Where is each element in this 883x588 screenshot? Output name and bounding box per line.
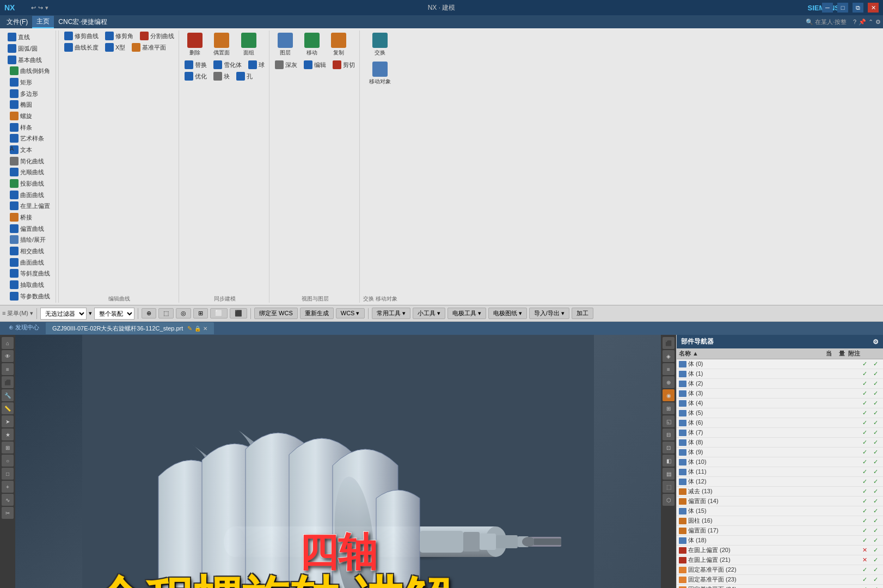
nav-item[interactable]: 偏置面 (14) ✓ ✓ [677,497,883,506]
right-icon-2[interactable]: ◈ [663,350,674,362]
snap-btn[interactable]: ◎ [176,308,191,318]
nav-item[interactable]: 体 (18) ✓ ✓ [677,536,883,546]
right-icon-1[interactable]: ⬛ [663,337,674,349]
ribbon-btn-face-group[interactable]: 偶置面 [209,30,234,59]
nav-item[interactable]: 固定基准平面 (24) ✓ ✓ [677,585,883,588]
nav-item[interactable]: 体 (4) ✓ ✓ [677,399,883,408]
ribbon-btn-param-curve[interactable]: 等参数曲线 [8,291,52,302]
maximize-btn[interactable]: ⧉ [853,3,863,13]
sidebar-icon-grid[interactable]: ⊞ [2,442,14,454]
ribbon-btn-sphere[interactable]: 球 [246,59,267,70]
nav-list[interactable]: 体 (0) ✓ ✓ 体 (1) ✓ ✓ 体 (2) ✓ ✓ 体 (3) ✓ ✓ … [677,359,883,588]
ribbon-btn-line[interactable]: 直线 [5,32,44,42]
ribbon-btn-arc[interactable]: 圆弧/圆 [5,43,44,54]
ribbon-btn-curve-len[interactable]: 曲线长度 [62,42,101,53]
menu-file[interactable]: 文件(F) [2,16,32,28]
file-tab-close-x[interactable]: ✕ [203,326,207,332]
sidebar-icon-arrow[interactable]: ➤ [2,415,14,427]
pin-icon[interactable]: 📌 [859,19,866,26]
nav-item[interactable]: 体 (11) ✓ ✓ [677,467,883,477]
ribbon-btn-delete[interactable]: 删除 [182,30,207,59]
minimize-btn[interactable]: ─ [822,3,833,13]
ribbon-btn-fillet[interactable]: 曲线倒斜角 [8,65,52,76]
sidebar-icon-curve[interactable]: ∿ [2,494,14,506]
file-tab-close[interactable]: 🔒 [194,326,201,332]
ribbon-btn-copy[interactable]: 复制 [326,30,351,59]
view-btn[interactable]: ⬚ [158,308,174,318]
tab-cnc[interactable]: CNC宏·便捷编程 [54,16,111,28]
right-icon-11[interactable]: ▤ [663,468,674,480]
nav-item[interactable]: 体 (2) ✓ ✓ [677,379,883,389]
nav-item[interactable]: 体 (12) ✓ ✓ [677,477,883,487]
solid-btn[interactable]: ⬛ [230,308,247,318]
ribbon-btn-hole[interactable]: 孔 [234,71,255,82]
ribbon-btn-trim-corner[interactable]: 修剪角 [103,30,136,41]
nav-item[interactable]: 偏置面 (17) ✓ ✓ [677,526,883,536]
filter-select[interactable]: 无选过滤器 [40,308,87,320]
ribbon-btn-extract[interactable]: 抽取曲线 [8,279,52,290]
nav-item[interactable]: 体 (7) ✓ ✓ [677,428,883,438]
tab-file[interactable]: GZJ90III-07E-02R大头右旋螺杆36-112C_step.prt ✎… [46,322,214,334]
ribbon-btn-move[interactable]: 移动 [299,30,324,59]
nav-item[interactable]: 体 (15) ✓ ✓ [677,506,883,516]
ribbon-btn-block[interactable]: 块 [211,71,232,82]
right-icon-5[interactable]: ◉ [663,389,674,401]
small-tools-btn[interactable]: 小工具 ▾ [413,308,445,319]
right-icon-7[interactable]: ◱ [663,415,674,427]
ribbon-btn-xtype[interactable]: X型 [103,42,127,53]
nav-item[interactable]: 固定基准平面 (23) ✓ ✓ [677,575,883,585]
machining-btn[interactable]: 加工 [572,308,593,319]
sidebar-icon-box[interactable]: □ [2,468,14,480]
nav-item[interactable]: 体 (10) ✓ ✓ [677,457,883,467]
right-icon-10[interactable]: ◧ [663,455,674,467]
ribbon-btn-trim[interactable]: 修剪曲线 [62,30,101,41]
nav-settings-btn[interactable]: ⚙ [873,338,879,346]
ribbon-btn-deep-gray[interactable]: 深灰 [273,59,299,70]
ribbon-btn-offset-on-face[interactable]: 在里上偏置 [8,200,52,211]
ribbon-btn-switch[interactable]: 交换 [363,30,397,59]
box-btn[interactable]: ⬜ [210,308,228,318]
wcs-label-btn[interactable]: 绑定至 WCS [254,308,298,319]
ribbon-btn-polygon[interactable]: 多边形 [8,88,52,99]
nav-item[interactable]: 固定基准平面 (22) ✓ ✓ [677,565,883,575]
ribbon-btn-optimize[interactable]: 优化 [182,71,209,82]
sidebar-icon-home[interactable]: ⌂ [2,337,14,349]
right-icon-12[interactable]: ⬚ [663,481,674,493]
viewport[interactable]: XC YC 四轴 全程螺旋轴 讲解 28分钟 X Y Z [15,335,661,588]
sidebar-icon-layers[interactable]: ≡ [2,363,14,375]
ribbon-btn-unfold[interactable]: 描绘/展开 [8,234,48,245]
assembly-select[interactable]: 整个装配 [94,308,134,320]
nav-item[interactable]: 体 (8) ✓ ✓ [677,438,883,448]
sidebar-icon-eye[interactable]: 👁 [2,350,14,362]
ribbon-btn-helix[interactable]: 螺旋 [8,111,34,121]
menu-dropdown[interactable]: ≡ 菜单(M) ▾ [2,309,33,317]
ribbon-btn-iso-curve[interactable]: 等斜度曲线 [8,268,52,279]
ribbon-btn-spline[interactable]: 样条 [8,122,34,133]
import-export-btn[interactable]: 导入/导出 ▾ [529,308,569,319]
help-icon[interactable]: ? [853,19,856,25]
ribbon-btn-cut[interactable]: 剪切 [330,59,357,70]
redo-btn[interactable]: ↪ [38,4,43,11]
restore-btn[interactable]: □ [837,3,848,13]
ribbon-btn-solidify[interactable]: 雪化体 [211,59,244,70]
regenerate-btn[interactable]: 重新生成 [300,308,334,319]
ribbon-btn-basic-curve[interactable]: 基本曲线 [5,54,44,65]
ribbon-btn-replace[interactable]: 替换 [182,59,209,70]
ribbon-btn-offset-curve[interactable]: 偏置曲线 [8,223,52,234]
sidebar-icon-star[interactable]: ★ [2,428,14,440]
ribbon-btn-text[interactable]: A文本 [8,144,46,155]
ribbon-btn-simplify[interactable]: 简化曲线 [8,156,46,167]
ribbon-btn-layer[interactable]: 图层 [273,30,297,59]
nav-item[interactable]: 在圆上偏置 (21) ✕ ✓ [677,555,883,565]
ribbon-btn-project[interactable]: 投影曲线 [8,178,46,189]
ribbon-btn-datum-plane[interactable]: 基准平面 [130,42,168,53]
ribbon-btn-ellipse[interactable]: 椭圆 [8,99,34,110]
ribbon-btn-intersect[interactable]: 相交曲线 [8,246,48,256]
nav-item[interactable]: 体 (5) ✓ ✓ [677,408,883,418]
nav-item[interactable]: 体 (1) ✓ ✓ [677,369,883,379]
right-icon-9[interactable]: ⊡ [663,442,674,454]
electrode-tools-btn[interactable]: 电极工具 ▾ [447,308,486,319]
nav-item[interactable]: 体 (9) ✓ ✓ [677,448,883,457]
orient-btn[interactable]: ⊞ [193,308,208,318]
nav-item[interactable]: 在圆上偏置 (20) ✕ ✓ [677,546,883,555]
